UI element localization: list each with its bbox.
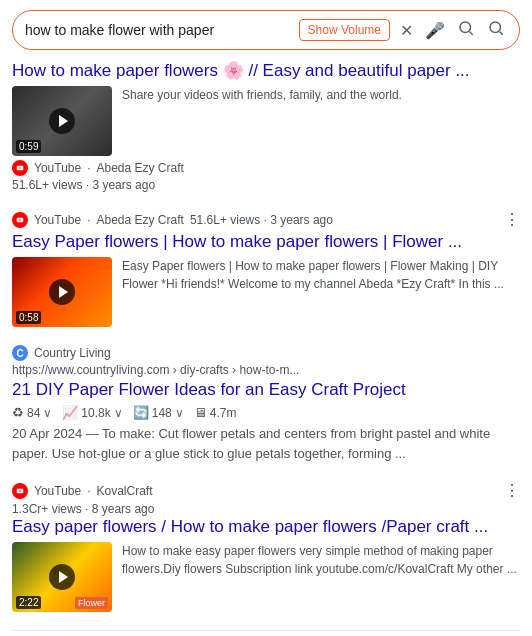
duration-badge: 0:59 bbox=[16, 140, 41, 153]
snippet: 20 Apr 2024 — To make: Cut flower petals… bbox=[12, 424, 520, 463]
stat-value-3: 148 bbox=[152, 406, 172, 420]
svg-point-0 bbox=[460, 22, 471, 33]
clear-button[interactable]: ✕ bbox=[398, 19, 415, 42]
result-title[interactable]: How to make paper flowers 🌸 // Easy and … bbox=[12, 60, 520, 82]
thumbnail[interactable]: 2:22 Flower bbox=[12, 542, 112, 612]
source-meta: 51.6L+ views · 3 years ago bbox=[12, 178, 520, 192]
thumbnail[interactable]: 0:58 bbox=[12, 257, 112, 327]
source-separator: · bbox=[87, 213, 90, 227]
stat-item: 🔄 148 ∨ bbox=[133, 405, 184, 420]
source-name: YouTube bbox=[34, 161, 81, 175]
source-line: C Country Living bbox=[12, 345, 520, 361]
stat-item: 🖥 4.7m bbox=[194, 405, 237, 420]
search-bar: Show Volume ✕ 🎤 bbox=[12, 10, 520, 50]
source-line: YouTube · Abeda Ezy Craft bbox=[12, 160, 520, 176]
stat-item: ♻ 84 ∨ bbox=[12, 405, 52, 420]
source-separator: · bbox=[87, 484, 90, 498]
source-name: Country Living bbox=[34, 346, 111, 360]
stat-icon-1: ♻ bbox=[12, 405, 24, 420]
source-detail: Abeda Ezy Craft bbox=[97, 161, 184, 175]
stat-icon-4: 🖥 bbox=[194, 405, 207, 420]
video-row: 0:59 Share your videos with friends, fam… bbox=[12, 86, 520, 156]
result-item: How to make paper flowers 🌸 // Easy and … bbox=[12, 60, 520, 192]
search-input[interactable] bbox=[25, 22, 291, 38]
more-button[interactable]: ⋮ bbox=[504, 481, 520, 500]
video-row: 0:58 Easy Paper flowers | How to make pa… bbox=[12, 257, 520, 327]
people-also-search: People also search for ⋮ bbox=[12, 630, 520, 636]
duration-badge: 2:22 bbox=[16, 596, 41, 609]
video-snippet: How to make easy paper flowers very simp… bbox=[122, 542, 520, 612]
stat-value-1: 84 bbox=[27, 406, 40, 420]
stat-chevron-1[interactable]: ∨ bbox=[43, 406, 52, 420]
more-button[interactable]: ⋮ bbox=[504, 210, 520, 229]
source-detail: Abeda Ezy Craft bbox=[97, 213, 184, 227]
source-name: YouTube bbox=[34, 213, 81, 227]
source-meta: 1.3Cr+ views · 8 years ago bbox=[12, 502, 520, 516]
source-separator: · bbox=[87, 161, 90, 175]
source-line: YouTube · Abeda Ezy Craft 51.6L+ views ·… bbox=[12, 210, 520, 229]
stat-icon-3: 🔄 bbox=[133, 405, 149, 420]
stat-item: 📈 10.8k ∨ bbox=[62, 405, 122, 420]
video-snippet: Easy Paper flowers | How to make paper f… bbox=[122, 257, 520, 327]
duration-badge: 0:58 bbox=[16, 311, 41, 324]
svg-line-1 bbox=[469, 31, 472, 34]
source-url: https://www.countryliving.com › diy-craf… bbox=[12, 363, 520, 377]
play-button[interactable] bbox=[49, 108, 75, 134]
youtube-icon bbox=[12, 483, 28, 499]
play-button[interactable] bbox=[49, 564, 75, 590]
countryliving-icon: C bbox=[12, 345, 28, 361]
svg-line-3 bbox=[499, 31, 502, 34]
youtube-icon bbox=[12, 160, 28, 176]
thumbnail[interactable]: 0:59 bbox=[12, 86, 112, 156]
result-title[interactable]: 21 DIY Paper Flower Ideas for an Easy Cr… bbox=[12, 379, 520, 401]
video-row: 2:22 Flower How to make easy paper flowe… bbox=[12, 542, 520, 612]
svg-point-2 bbox=[490, 22, 501, 33]
video-snippet: Share your videos with friends, family, … bbox=[122, 86, 402, 156]
result-item: YouTube · KovalCraft ⋮ 1.3Cr+ views · 8 … bbox=[12, 481, 520, 612]
result-item: YouTube · Abeda Ezy Craft 51.6L+ views ·… bbox=[12, 210, 520, 327]
thumb-label: Flower bbox=[75, 597, 108, 609]
play-button[interactable] bbox=[49, 279, 75, 305]
stat-icon-2: 📈 bbox=[62, 405, 78, 420]
source-detail: KovalCraft bbox=[97, 484, 153, 498]
result-item: C Country Living https://www.countrylivi… bbox=[12, 345, 520, 463]
stat-value-2: 10.8k bbox=[81, 406, 110, 420]
stat-chevron-3[interactable]: ∨ bbox=[175, 406, 184, 420]
youtube-icon bbox=[12, 212, 28, 228]
source-line: YouTube · KovalCraft ⋮ bbox=[12, 481, 520, 500]
show-volume-button[interactable]: Show Volume bbox=[299, 19, 390, 41]
stat-chevron-2[interactable]: ∨ bbox=[114, 406, 123, 420]
result-title[interactable]: Easy paper flowers / How to make paper f… bbox=[12, 516, 520, 538]
stats-row: ♻ 84 ∨ 📈 10.8k ∨ 🔄 148 ∨ 🖥 4.7m bbox=[12, 405, 520, 420]
search-button[interactable] bbox=[485, 17, 507, 43]
source-name: YouTube bbox=[34, 484, 81, 498]
source-meta: 51.6L+ views · 3 years ago bbox=[190, 213, 333, 227]
stat-value-4: 4.7m bbox=[210, 406, 237, 420]
mic-button[interactable]: 🎤 bbox=[423, 19, 447, 42]
lens-button[interactable] bbox=[455, 17, 477, 43]
result-title[interactable]: Easy Paper flowers | How to make paper f… bbox=[12, 231, 520, 253]
results-container: How to make paper flowers 🌸 // Easy and … bbox=[0, 60, 532, 636]
